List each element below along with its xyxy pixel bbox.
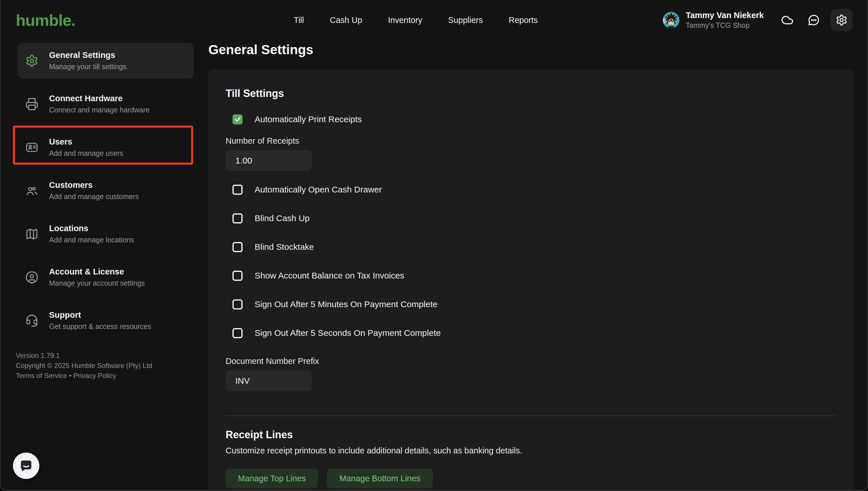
checkbox-label: Blind Cash Up	[254, 213, 310, 223]
sidebar-footer: Version 1.79.1 Copyright © 2025 Humble S…	[16, 350, 152, 381]
checkbox-row-open-cash-drawer: Automatically Open Cash Drawer	[233, 184, 836, 195]
sidebar-item-connect-hardware[interactable]: Connect Hardware Connect and manage hard…	[18, 86, 194, 122]
sidebar-item-title: Account & License	[49, 267, 145, 277]
number-of-receipts-input[interactable]	[226, 150, 312, 171]
till-settings-heading: Till Settings	[226, 87, 836, 99]
check-icon	[234, 116, 241, 123]
checkbox-row-account-balance: Show Account Balance on Tax Invoices	[233, 270, 836, 281]
chat-icon	[808, 14, 820, 26]
nav-item-suppliers[interactable]: Suppliers	[448, 16, 483, 25]
sidebar-item-title: Customers	[49, 180, 139, 190]
avatar[interactable]	[663, 12, 679, 28]
version-text: Version 1.79.1	[16, 350, 152, 360]
sidebar-item-title: Support	[49, 310, 151, 320]
manage-bottom-lines-button[interactable]: Manage Bottom Lines	[327, 469, 433, 488]
gear-icon	[25, 54, 39, 68]
top-nav: Till Cash Up Inventory Suppliers Reports	[294, 0, 538, 40]
sidebar-item-customers[interactable]: Customers Add and manage customers	[18, 173, 194, 208]
sidebar-item-subtitle: Add and manage users	[49, 149, 124, 157]
humble-logo: humble.	[16, 0, 76, 40]
sidebar-item-locations[interactable]: Locations Add and manage locations	[18, 216, 194, 252]
checkbox-label: Show Account Balance on Tax Invoices	[254, 271, 404, 281]
checkbox-label: Automatically Print Receipts	[254, 114, 362, 124]
chat-button[interactable]	[808, 14, 820, 26]
signout-5-seconds-checkbox[interactable]	[233, 328, 243, 338]
people-icon	[25, 184, 39, 198]
copyright-text: Copyright © 2025 Humble Software (Pty) L…	[16, 360, 152, 371]
checkbox-row-print-receipts: Automatically Print Receipts	[233, 114, 836, 124]
receipt-lines-description: Customize receipt printouts to include a…	[226, 446, 836, 456]
settings-card: Till Settings Automatically Print Receip…	[208, 69, 853, 491]
print-receipts-checkbox[interactable]	[233, 114, 243, 124]
settings-gear-icon	[836, 14, 848, 26]
document-prefix-input[interactable]	[226, 370, 312, 391]
signout-5-minutes-checkbox[interactable]	[233, 299, 243, 310]
sidebar-item-subtitle: Add and manage locations	[49, 236, 134, 244]
sidebar-item-general-settings[interactable]: General Settings Manage your till settin…	[18, 43, 194, 79]
page-title: General Settings	[208, 42, 314, 57]
sidebar-item-support[interactable]: Support Get support & access resources	[18, 302, 194, 339]
account-balance-checkbox[interactable]	[233, 271, 243, 281]
checkbox-label: Blind Stocktake	[254, 242, 314, 252]
checkbox-label: Sign Out After 5 Minutes On Payment Comp…	[254, 299, 437, 309]
sidebar-item-title: Locations	[49, 224, 134, 233]
open-cash-drawer-checkbox[interactable]	[233, 185, 243, 195]
blind-cash-up-checkbox[interactable]	[233, 213, 243, 224]
map-icon	[25, 227, 39, 241]
cloud-icon	[781, 14, 794, 26]
terms-of-service-link[interactable]: Terms of Service	[16, 372, 67, 379]
sidebar-item-subtitle: Add and manage customers	[49, 193, 139, 201]
sidebar-item-subtitle: Manage your till settings	[49, 62, 127, 71]
link-separator: •	[69, 372, 71, 379]
main-content: General Settings Till Settings Automatic…	[208, 40, 867, 490]
nav-item-cash-up[interactable]: Cash Up	[330, 16, 362, 25]
receipt-lines-heading: Receipt Lines	[226, 429, 836, 441]
sidebar-item-account-license[interactable]: Account & License Manage your account se…	[18, 259, 194, 295]
cloud-sync-button[interactable]	[781, 14, 794, 26]
chat-bubble-icon	[20, 459, 33, 472]
document-prefix-label: Document Number Prefix	[226, 356, 836, 366]
headset-icon	[25, 314, 39, 327]
user-name: Tammy Van Niekerk	[686, 10, 764, 20]
id-card-icon	[25, 141, 39, 154]
blind-stocktake-checkbox[interactable]	[233, 242, 243, 252]
sidebar-item-subtitle: Get support & access resources	[49, 322, 151, 331]
sidebar-item-title: Connect Hardware	[49, 94, 150, 103]
user-info[interactable]: Tammy Van Niekerk Tammy's TCG Shop	[686, 10, 764, 30]
privacy-policy-link[interactable]: Privacy Policy	[73, 372, 116, 379]
sidebar-item-subtitle: Connect and manage hardware	[49, 106, 150, 114]
checkbox-row-signout-5-seconds: Sign Out After 5 Seconds On Payment Comp…	[233, 328, 836, 338]
user-circle-icon	[25, 270, 39, 284]
nav-item-till[interactable]: Till	[294, 16, 304, 25]
user-cluster: Tammy Van Niekerk Tammy's TCG Shop	[663, 0, 853, 40]
sidebar-item-title: Users	[49, 137, 124, 147]
settings-button[interactable]	[831, 9, 853, 31]
nav-item-inventory[interactable]: Inventory	[388, 16, 422, 25]
sidebar-item-title: General Settings	[49, 51, 127, 60]
chat-launcher-button[interactable]	[13, 453, 39, 479]
sidebar-item-users[interactable]: Users Add and manage users	[18, 129, 194, 165]
printer-icon	[25, 97, 39, 111]
number-of-receipts-label: Number of Receipts	[226, 136, 836, 146]
legal-links: Terms of Service • Privacy Policy	[16, 371, 152, 381]
checkbox-label: Automatically Open Cash Drawer	[254, 185, 382, 195]
checkbox-label: Sign Out After 5 Seconds On Payment Comp…	[254, 328, 441, 338]
checkbox-row-blind-cash-up: Blind Cash Up	[233, 213, 836, 224]
user-shop-name: Tammy's TCG Shop	[686, 21, 764, 30]
section-divider	[226, 415, 836, 416]
sidebar-item-subtitle: Manage your account settings	[49, 279, 145, 287]
app-window: humble. Till Cash Up Inventory Suppliers…	[0, 0, 868, 491]
top-bar: humble. Till Cash Up Inventory Suppliers…	[1, 0, 867, 40]
checkbox-row-signout-5-minutes: Sign Out After 5 Minutes On Payment Comp…	[233, 299, 836, 310]
nav-item-reports[interactable]: Reports	[509, 16, 538, 25]
settings-sidebar: General Settings Manage your till settin…	[1, 40, 208, 490]
checkbox-row-blind-stocktake: Blind Stocktake	[233, 242, 836, 252]
manage-top-lines-button[interactable]: Manage Top Lines	[226, 469, 318, 488]
